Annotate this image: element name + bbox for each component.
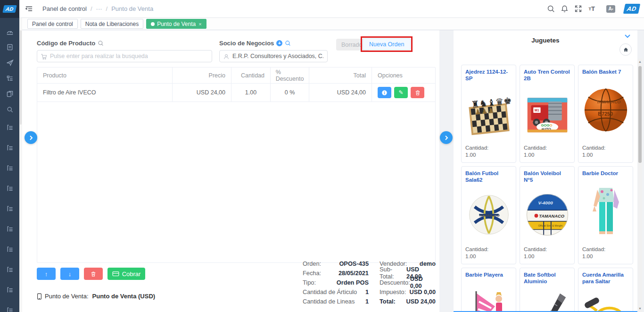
svg-text:Official Size & Weight: Official Size & Weight <box>538 224 562 227</box>
product-card[interactable]: Balón Basket 7 TAMANACO B7250 Cantidad:1… <box>578 65 633 163</box>
product-name-link[interactable]: Cuerda Amarilla para Saltar <box>582 271 629 285</box>
scroll-up-arrow[interactable]: ▲ <box>638 59 642 64</box>
search-partner-icon[interactable] <box>285 40 291 46</box>
search-icon[interactable] <box>98 40 104 46</box>
table-row[interactable]: Filtro de Aire IVECO USD 24,00 1.00 0 % … <box>37 84 435 102</box>
product-card[interactable]: Balón Voleibol N°5 V-4000 <box>520 166 575 264</box>
tab-punto-de-venta-active[interactable]: Punto de Venta <box>146 19 206 29</box>
product-card[interactable]: Barbie Doctor Cantidad:1.00 <box>578 166 633 264</box>
add-partner-icon[interactable]: + <box>276 40 282 46</box>
table-header-row: Producto Precio Cantidad % Descuento Tot… <box>37 67 435 84</box>
col-total: Total <box>309 67 372 83</box>
cell-descuento: 0 % <box>271 84 309 101</box>
scroll-down-arrow[interactable]: ▼ <box>638 306 642 311</box>
sidebar-scrollbar[interactable] <box>19 18 22 312</box>
svg-text:TAMANACO: TAMANACO <box>539 214 564 219</box>
chevron-down-icon[interactable] <box>624 34 631 38</box>
breadcrumb-ellipsis[interactable]: ··· <box>87 5 102 12</box>
product-search-input[interactable] <box>37 50 212 62</box>
sidebar-item-tree[interactable] <box>0 70 19 86</box>
expand-left-panel-button[interactable] <box>25 131 37 144</box>
main-content: Código de Producto Socio de Negocios + B… <box>22 30 644 312</box>
tab-panel-de-control[interactable]: Panel de control <box>27 19 78 29</box>
sidebar-item-menu-10[interactable] <box>0 300 19 312</box>
product-grid: Ajedrez 1124-12-SP ♜♞♝♛♚ <box>461 65 633 312</box>
product-name-link[interactable]: Auto Tren Control 2B <box>524 68 570 82</box>
summary-line: Cantidad de Árticulo1 <box>303 287 369 296</box>
dashboard-gauge-icon <box>6 27 14 36</box>
product-card[interactable]: Bate Softbol Aluminio Cantidad:1.00 <box>520 268 575 312</box>
quantity-label: Cantidad: <box>524 144 570 152</box>
catalog-scrollbar[interactable]: ▲ ▼ <box>638 59 642 312</box>
product-card[interactable]: Barbie Playera Cantidad:1.00 <box>461 268 516 312</box>
sidebar-item-search[interactable] <box>0 101 19 117</box>
line-delete-button[interactable] <box>411 87 424 98</box>
business-partner-input[interactable] <box>219 50 328 62</box>
product-image-doll-doctor <box>582 177 629 246</box>
tab-nota-de-liberaciones[interactable]: Nota de Liberaciones <box>81 19 143 29</box>
arrow-down-icon: ↓ <box>68 270 72 278</box>
product-card[interactable]: Balón Futbol Sala62 TAMANACO Cantidad:1.… <box>461 166 516 264</box>
catalog-scroll-thumb[interactable] <box>638 66 642 163</box>
line-info-button[interactable] <box>378 87 391 98</box>
delete-order-button[interactable] <box>84 268 103 280</box>
svg-text:B7250: B7250 <box>598 111 613 117</box>
expand-right-panel-button[interactable] <box>440 131 453 144</box>
new-order-button[interactable]: Nueva Orden <box>363 38 411 50</box>
product-name-link[interactable]: Barbie Playera <box>465 271 512 278</box>
summary-line: Orden:OPOS-435 <box>303 259 369 268</box>
sidebar-item-menu-7[interactable] <box>0 239 19 259</box>
cell-cantidad: 1.00 <box>231 84 271 101</box>
sidebar-item-menu-2[interactable] <box>0 137 19 158</box>
sidebar-item-menu-1[interactable] <box>0 117 19 137</box>
sidebar-item-copy[interactable] <box>0 86 19 101</box>
product-name-link[interactable]: Balón Voleibol N°5 <box>524 170 570 184</box>
product-name-link[interactable]: Balón Basket 7 <box>582 68 629 76</box>
ad-logo-icon: AD <box>2 5 17 13</box>
quantity-value: 1.00 <box>465 253 512 261</box>
menu-list-icon <box>6 286 14 294</box>
sidebar-item-menu-5[interactable] <box>0 198 19 219</box>
line-edit-button[interactable]: ✎ <box>394 87 408 98</box>
svg-text:TAMANACO: TAMANACO <box>596 100 620 104</box>
order-summary: Orden:OPOS-435 Fecha:28/05/2021 Tipo:Ord… <box>303 259 436 306</box>
product-name-link[interactable]: Barbie Doctor <box>582 170 629 177</box>
sidebar-item-dashboard[interactable] <box>0 24 19 39</box>
product-card[interactable]: Ajedrez 1124-12-SP ♜♞♝♛♚ <box>461 65 516 163</box>
sidebar-item-menu-8[interactable] <box>0 259 19 279</box>
quantity-label: Cantidad: <box>465 246 512 253</box>
product-card[interactable]: Auto Tren Control 2B M1 GOGO <box>520 65 575 163</box>
search-icon <box>6 106 14 113</box>
move-up-button[interactable]: ↑ <box>37 268 56 280</box>
fullscreen-icon[interactable] <box>573 4 583 14</box>
sidebar-item-menu-3[interactable] <box>0 158 19 178</box>
app-logo-small[interactable]: AD <box>0 0 19 18</box>
sidebar-item-menu-4[interactable] <box>0 178 19 198</box>
summary-line-total: Total:USD 24,00 <box>380 296 436 306</box>
sidebar-collapse-icon[interactable] <box>25 5 33 12</box>
sidebar-item-menu-6[interactable] <box>0 219 19 239</box>
product-name-link[interactable]: Bate Softbol Aluminio <box>524 271 570 285</box>
breadcrumb-item[interactable]: Panel de control <box>42 5 87 12</box>
notifications-bell-icon[interactable] <box>560 4 569 14</box>
user-avatar-logo[interactable]: AD <box>623 4 640 14</box>
product-card[interactable]: Cuerda Amarilla para Saltar Cantidad:1.0 <box>578 268 633 312</box>
language-icon[interactable]: Az <box>606 5 615 13</box>
sidebar-item-send[interactable] <box>0 55 19 70</box>
sidebar: AD <box>0 0 19 312</box>
move-down-button[interactable]: ↓ <box>60 268 79 280</box>
header-search-icon[interactable] <box>546 4 555 14</box>
tab-label: Panel de control <box>32 21 73 27</box>
font-size-icon[interactable]: TT <box>587 4 596 14</box>
product-name-link[interactable]: Ajedrez 1124-12-SP <box>465 68 512 82</box>
sidebar-item-document[interactable] <box>0 39 19 55</box>
product-name-link[interactable]: Balón Futbol Sala62 <box>465 170 512 184</box>
trash-icon <box>91 271 96 277</box>
checkout-button[interactable]: Cobrar <box>107 268 145 280</box>
catalog-home-button[interactable] <box>619 43 632 56</box>
terminal-value: Punto de Venta (USD) <box>92 293 156 300</box>
sidebar-scroll-thumb[interactable] <box>20 30 22 125</box>
col-producto: Producto <box>37 67 173 83</box>
sidebar-item-menu-9[interactable] <box>0 279 19 300</box>
user-icon <box>223 53 230 60</box>
